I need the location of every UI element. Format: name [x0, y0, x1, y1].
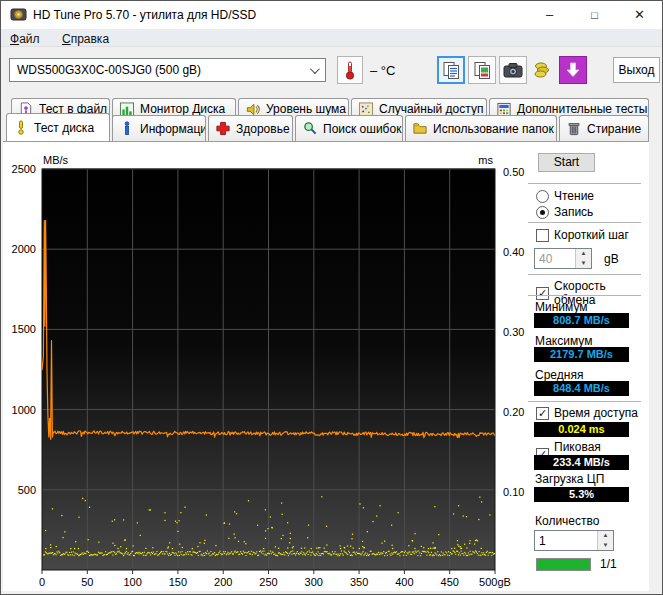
folder-icon [412, 121, 428, 136]
cpu-usage-label: Загрузка ЦП [535, 472, 604, 486]
window-title: HD Tune Pro 5.70 - утилита для HD/SSD [33, 8, 256, 22]
app-window: HD Tune Pro 5.70 - утилита для HD/SSD – … [0, 0, 663, 595]
tab-error-scan[interactable]: Поиск ошибок [295, 115, 403, 141]
register-button[interactable] [528, 56, 556, 84]
separator [528, 222, 641, 223]
tabs: Тест в файл Монитор Диска Уровень шума С… [1, 94, 662, 141]
svg-text:200: 200 [214, 576, 232, 588]
radio-write[interactable]: Запись [536, 205, 593, 219]
menu-file[interactable]: Файл [1, 30, 49, 46]
tab-disk-test-active[interactable]: Тест диска [6, 113, 110, 141]
svg-text:0: 0 [39, 576, 45, 588]
svg-text:300: 300 [305, 576, 323, 588]
hdd-app-icon [10, 7, 27, 22]
copy-text-button[interactable] [437, 56, 465, 84]
thermometer-icon [344, 60, 356, 80]
separator [528, 401, 641, 402]
svg-text:100: 100 [123, 576, 141, 588]
screenshot-button[interactable] [499, 56, 527, 84]
tab-folder-usage[interactable]: Использование папок [405, 115, 557, 141]
temperature-button[interactable] [337, 56, 363, 84]
radio-read-circle [536, 190, 549, 203]
svg-text:400: 400 [395, 576, 413, 588]
checkbox-box: ✓ [536, 287, 549, 300]
short-stroke-checkbox[interactable]: Короткий шаг [536, 228, 629, 242]
minimize-button[interactable]: – [527, 1, 572, 29]
temperature-value: – °C [370, 63, 395, 78]
progress-fill [537, 559, 590, 570]
svg-text:450: 450 [441, 576, 459, 588]
tab-row-front: Тест диска Информация Здоровье Поиск оши… [6, 115, 651, 141]
menu-bar: Файл Справка [1, 29, 662, 47]
title-bar: HD Tune Pro 5.70 - утилита для HD/SSD – … [1, 1, 662, 29]
tab-health[interactable]: Здоровье [208, 115, 293, 141]
tab-erase[interactable]: Стирание [559, 115, 649, 141]
access-time-value: 0.024 ms [534, 422, 629, 437]
download-button[interactable] [559, 56, 587, 84]
svg-text:2500: 2500 [12, 163, 36, 175]
svg-text:2000: 2000 [12, 243, 36, 255]
burst-rate-value: 233.4 MB/s [534, 455, 629, 470]
short-stroke-size-stepper[interactable]: 40 ▲▼ [534, 248, 592, 269]
passes-stepper[interactable]: 1 ▲▼ [534, 530, 614, 551]
stepper-arrows[interactable]: ▲▼ [597, 531, 613, 550]
chevron-down-icon [310, 64, 320, 74]
svg-text:350: 350 [350, 576, 368, 588]
maximize-button[interactable]: □ [572, 1, 617, 29]
progress-bar [536, 558, 591, 571]
svg-text:1500: 1500 [12, 323, 36, 335]
svg-text:0.50: 0.50 [503, 166, 524, 178]
svg-text:250: 250 [259, 576, 277, 588]
avg-label: Средняя [535, 368, 583, 382]
trash-icon [566, 121, 582, 136]
radio-write-circle [536, 206, 549, 219]
svg-text:0.10: 0.10 [503, 486, 524, 498]
exclamation-icon [13, 120, 29, 135]
camera-icon [503, 62, 523, 78]
separator [528, 295, 641, 296]
chart-svg: MB/sms25002000150010005000.500.400.300.2… [3, 142, 526, 592]
arrow-up-icon[interactable]: ▲ [598, 531, 613, 541]
max-label: Максимум [535, 334, 592, 348]
health-cross-icon [215, 121, 231, 136]
copy-image-button[interactable] [468, 56, 496, 84]
benchmark-chart: MB/sms25002000150010005000.500.400.300.2… [3, 142, 526, 592]
download-arrow-icon [565, 62, 581, 78]
separator [528, 183, 641, 184]
info-icon [119, 121, 135, 136]
svg-text:50: 50 [81, 576, 93, 588]
menu-help[interactable]: Справка [53, 30, 118, 46]
drive-select[interactable]: WDS500G3X0C-00SJG0 (500 gB) [9, 58, 326, 82]
tab-info[interactable]: Информация [112, 115, 206, 141]
arrow-down-icon[interactable]: ▼ [576, 259, 591, 269]
exit-button[interactable]: Выход [613, 57, 660, 83]
size-unit-label: gB [604, 252, 619, 266]
start-button[interactable]: Start [538, 153, 595, 172]
content-panel: MB/sms25002000150010005000.500.400.300.2… [3, 141, 649, 591]
svg-text:150: 150 [169, 576, 187, 588]
checkbox-box: ✓ [536, 407, 549, 420]
max-value: 2179.7 MB/s [534, 347, 629, 362]
svg-text:1000: 1000 [12, 404, 36, 416]
svg-text:500gB: 500gB [479, 576, 511, 588]
cpu-usage-value: 5.3% [534, 487, 629, 502]
access-time-checkbox[interactable]: ✓ Время доступа [536, 406, 638, 420]
progress-label: 1/1 [600, 557, 617, 571]
arrow-up-icon[interactable]: ▲ [576, 249, 591, 259]
close-button[interactable]: ✕ [617, 1, 662, 29]
copy-image-icon [473, 61, 492, 80]
svg-text:0.20: 0.20 [503, 406, 524, 418]
svg-text:500: 500 [18, 484, 36, 496]
control-panel: Start Чтение Запись Короткий шаг 40 ▲▼ g… [526, 142, 649, 592]
toolbar: WDS500G3X0C-00SJG0 (500 gB) – °C [1, 47, 662, 94]
min-value: 808.7 MB/s [534, 313, 629, 328]
checkbox-box [536, 229, 549, 242]
stepper-arrows[interactable]: ▲▼ [575, 249, 591, 268]
min-label: Минимум [535, 300, 588, 314]
arrow-down-icon[interactable]: ▼ [598, 541, 613, 551]
svg-text:MB/s: MB/s [43, 154, 69, 166]
svg-text:0.40: 0.40 [503, 246, 524, 258]
magnifier-icon [302, 121, 318, 136]
radio-read[interactable]: Чтение [536, 189, 594, 203]
svg-text:0.30: 0.30 [503, 326, 524, 338]
